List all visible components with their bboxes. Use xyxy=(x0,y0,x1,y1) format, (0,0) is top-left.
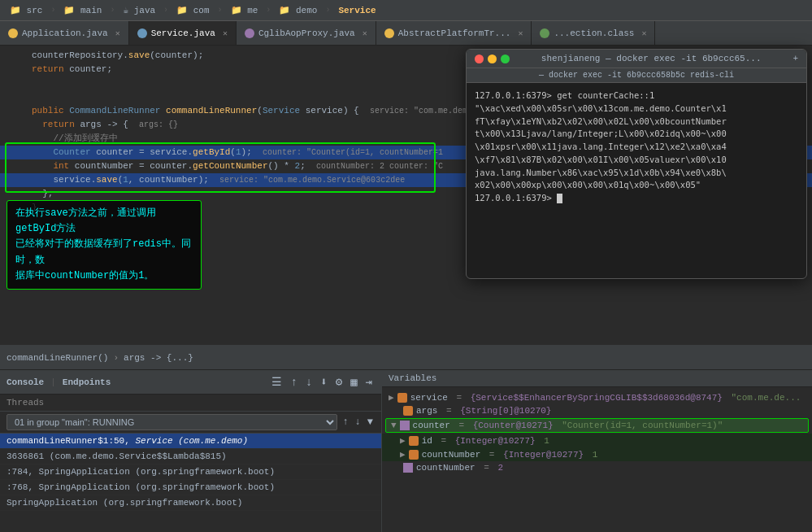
tab-service[interactable]: Service.java ✕ xyxy=(129,21,237,45)
terminal-window-controls xyxy=(475,55,510,63)
thread-down-btn[interactable]: ↓ xyxy=(354,415,363,430)
var-expand-id[interactable]: ▶ xyxy=(400,435,406,446)
var-item-counter: ▼ counter = {Counter@10271} "Counter(id=… xyxy=(385,418,809,433)
debug-panels: Console | Endpoints ☰ ↑ ↓ ⬇ ⚙ ▦ ⇥ Thread… xyxy=(0,370,812,532)
code-area: counterRepository.save(counter); return … xyxy=(0,46,812,345)
terminal-body[interactable]: 127.0.0.1:6379> get counterCache::1 "\xa… xyxy=(467,83,806,278)
terminal-line-2: 127.0.0.1:6379> xyxy=(475,192,798,205)
tab-abstract[interactable]: AbstractPlatformTr... ✕ xyxy=(376,21,532,45)
java-file-icon xyxy=(8,28,18,38)
tab-application[interactable]: Application.java ✕ xyxy=(0,21,129,45)
cglib-file-icon xyxy=(245,28,254,38)
tab-class-label: ...ection.class xyxy=(554,28,634,38)
var-icon-args xyxy=(403,406,413,416)
down-icon[interactable]: ↓ xyxy=(303,374,315,390)
tab-cglib-label: CglibAopProxy.java xyxy=(258,28,355,38)
class-file-icon xyxy=(540,28,549,38)
var-item-id: ▶ id = {Integer@10277} 1 xyxy=(382,434,812,447)
tab-cglib[interactable]: CglibAopProxy.java ✕ xyxy=(237,21,376,45)
main-area: counterRepository.save(counter); return … xyxy=(0,46,812,532)
var-item-countNumber-nested: ▶ countNumber = {Integer@10277} 1 xyxy=(382,447,812,461)
var-icon-countNumber-top xyxy=(403,463,413,473)
variables-list: ▶ service = {Service$$EnhancerBySpringCG… xyxy=(382,387,812,532)
stack-item-1[interactable]: 3636861 (com.me.demo.Service$$Lambda$815… xyxy=(0,449,381,464)
terminal-output-4: \x01xpsr\x00\x11java.lang.Integer\x12\xe… xyxy=(475,141,798,154)
tab-service-label: Service.java xyxy=(151,28,215,38)
service-file-icon xyxy=(137,28,147,38)
threads-label: Threads xyxy=(0,395,381,412)
terminal-output-2: fT\xfay\x1eYN\xb2\x02\x00\x02L\x00\x0bco… xyxy=(475,116,798,129)
tab-abstract-label: AbstractPlatformTr... xyxy=(398,28,511,38)
top-bar-service[interactable]: Service xyxy=(335,4,379,17)
var-expand-counter[interactable]: ▼ xyxy=(391,421,397,430)
terminal-output-1: "\xac\xed\x00\x05sr\x00\x13com.me.demo.C… xyxy=(475,102,798,116)
debug-toolbar: Console | Endpoints ☰ ↑ ↓ ⬇ ⚙ ▦ ⇥ xyxy=(0,370,381,395)
chinese-annotation: 在执行save方法之前，通过调用getById方法 已经将对于的数据缓存到了re… xyxy=(7,200,202,290)
tab-class[interactable]: ...ection.class ✕ xyxy=(532,21,655,45)
top-bar-me[interactable]: 📁 me xyxy=(228,3,262,17)
var-icon-counter xyxy=(400,421,410,430)
call-stack-bar: commandLineRunner() › args -> {...} xyxy=(0,346,812,370)
tab-application-label: Application.java xyxy=(22,28,108,38)
download-icon[interactable]: ⬇ xyxy=(318,373,329,390)
thread-up-btn[interactable]: ↑ xyxy=(341,415,350,430)
top-bar-com[interactable]: 📁 com xyxy=(173,3,212,17)
terminal-title: shenjianeng — docker exec -it 6b9ccc65..… xyxy=(516,54,786,63)
variables-header: Variables xyxy=(382,370,812,387)
endpoints-label[interactable]: Endpoints xyxy=(63,377,111,387)
stack-item-4[interactable]: SpringApplication (org.springframework.b… xyxy=(0,495,381,511)
filter-icon[interactable]: ☰ xyxy=(269,373,284,390)
terminal-output-5: \xf7\x81\x87B\x02\x00\x01I\x00\x05valuex… xyxy=(475,154,798,167)
call-stack-args: args -> {...} xyxy=(124,353,193,363)
debug-right-panel: Variables ▶ service = {Service$$Enhancer… xyxy=(382,370,812,532)
tabs-bar: Application.java ✕ Service.java ✕ CglibA… xyxy=(0,21,812,46)
top-bar-main[interactable]: 📁 main xyxy=(60,3,105,17)
var-item-args: args = {String[0]@10270} xyxy=(382,404,812,417)
var-item-service: ▶ service = {Service$$EnhancerBySpringCG… xyxy=(382,390,812,404)
top-bar-src[interactable]: 📁 src xyxy=(7,3,46,17)
terminal-output-7: x02\x00\x00xp\x00\x00\x00\x01q\x00~\x00\… xyxy=(475,179,798,192)
stack-item-3[interactable]: :768, SpringApplication (org.springframe… xyxy=(0,480,381,495)
terminal-cursor xyxy=(557,194,562,203)
stack-list: commandLineRunner$1:50, Service (com.me.… xyxy=(0,434,381,532)
top-bar-demo[interactable]: 📁 demo xyxy=(276,3,320,17)
terminal-titlebar: shenjianeng — docker exec -it 6b9ccc65..… xyxy=(467,50,806,68)
settings-icon[interactable]: ⚙ xyxy=(333,373,345,390)
var-icon-countNumber-nested xyxy=(409,450,419,460)
thread-select[interactable]: 01 in group "main": RUNNING xyxy=(7,414,337,430)
var-icon-service xyxy=(397,393,407,403)
tab-application-close[interactable]: ✕ xyxy=(115,28,120,38)
terminal-output-3: t\x00\x13Ljava/lang/Integer;L\x00\x02idq… xyxy=(475,128,798,141)
tab-class-close[interactable]: ✕ xyxy=(641,28,646,38)
thread-filter-btn[interactable]: ▼ xyxy=(366,415,375,430)
grid-icon[interactable]: ▦ xyxy=(348,373,359,390)
terminal-line-1: 127.0.0.1:6379> get counterCache::1 xyxy=(475,89,798,102)
stack-item-0[interactable]: commandLineRunner$1:50, Service (com.me.… xyxy=(0,434,381,449)
tab-abstract-close[interactable]: ✕ xyxy=(518,28,523,38)
console-label[interactable]: Console xyxy=(7,377,44,387)
abstract-file-icon xyxy=(384,28,394,38)
stack-item-2[interactable]: :784, SpringApplication (org.springframe… xyxy=(0,464,381,480)
var-expand-service[interactable]: ▶ xyxy=(389,392,394,403)
thread-dropdown: 01 in group "main": RUNNING ↑ ↓ ▼ xyxy=(0,412,381,434)
debug-left-panel: Console | Endpoints ☰ ↑ ↓ ⬇ ⚙ ▦ ⇥ Thread… xyxy=(0,370,382,532)
bottom-area: commandLineRunner() › args -> {...} Cons… xyxy=(0,345,812,532)
terminal-close-dot[interactable] xyxy=(475,55,484,63)
terminal-popup: shenjianeng — docker exec -it 6b9ccc65..… xyxy=(466,49,807,279)
call-stack-method: commandLineRunner() xyxy=(7,353,108,363)
top-bar: 📁 src › 📁 main › ☕ java › 📁 com › 📁 me ›… xyxy=(0,0,812,21)
terminal-output-6: java.lang.Number\x86\xac\x95\x1d\x0b\x94… xyxy=(475,167,798,180)
terminal-minimize-dot[interactable] xyxy=(488,55,497,63)
terminal-plus-icon[interactable]: + xyxy=(792,54,798,63)
var-expand-countNumber-nested[interactable]: ▶ xyxy=(400,449,406,460)
top-bar-java[interactable]: ☕ java xyxy=(119,3,158,17)
terminal-subtitle: — docker exec -it 6b9ccc658b5c redis-cli xyxy=(467,68,806,83)
up-icon[interactable]: ↑ xyxy=(288,374,299,390)
terminal-maximize-dot[interactable] xyxy=(501,55,510,63)
tab-cglib-close[interactable]: ✕ xyxy=(363,28,367,38)
var-item-countNumber-top: countNumber = 2 xyxy=(382,461,812,474)
var-icon-id xyxy=(409,436,419,446)
tab-service-close[interactable]: ✕ xyxy=(223,28,228,38)
expand-icon[interactable]: ⇥ xyxy=(363,373,375,390)
